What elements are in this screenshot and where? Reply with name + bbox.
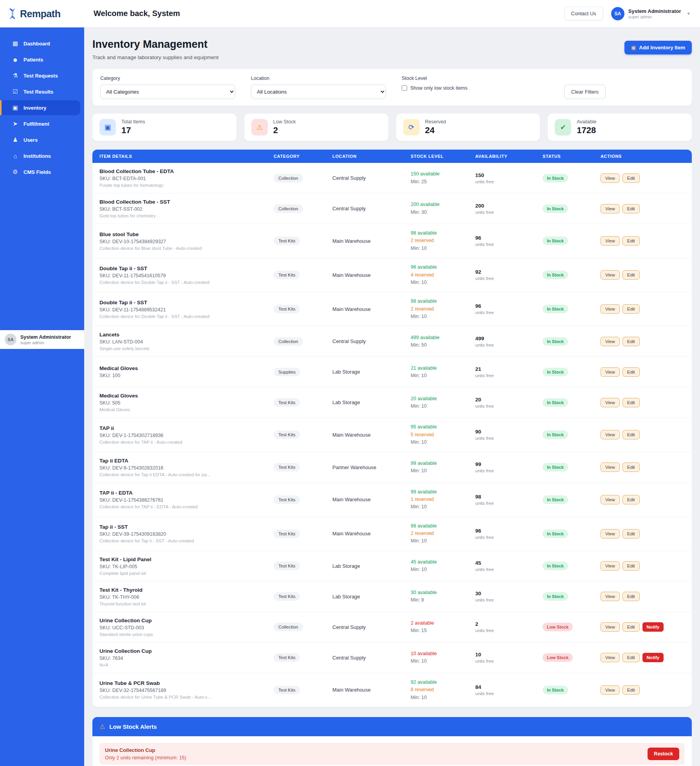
edit-button[interactable]: Edit xyxy=(622,204,640,213)
sidebar-item-fulfillment[interactable]: ➤Fulfillment xyxy=(4,116,80,131)
category-cell: Collection xyxy=(274,204,332,213)
edit-button[interactable]: Edit xyxy=(622,495,640,504)
status-cell: In Stock xyxy=(543,562,601,570)
availability-cell: 200units free xyxy=(475,203,543,215)
units-free-value: 96 xyxy=(475,303,543,309)
location-cell: Main Warehouse xyxy=(332,238,411,244)
sidebar-item-cms-fields[interactable]: ⚙CMS Fields xyxy=(4,164,80,179)
category-cell: Test Kits xyxy=(274,430,332,439)
view-button[interactable]: View xyxy=(601,653,620,662)
view-button[interactable]: View xyxy=(601,529,620,538)
notify-button[interactable]: Notify xyxy=(642,653,664,662)
view-button[interactable]: View xyxy=(601,304,620,314)
item-sku: SKU: TK-THY-006 xyxy=(99,594,274,600)
stock-minimum: Min: 10 xyxy=(411,372,475,379)
availability-cell: 96units free xyxy=(475,235,543,247)
category-select[interactable]: All Categories xyxy=(100,85,235,99)
chevron-down-icon[interactable]: ▾ xyxy=(687,11,690,16)
view-button[interactable]: View xyxy=(601,561,620,571)
item-description: Collection device for Blue stool Tube - … xyxy=(99,246,274,251)
edit-button[interactable]: Edit xyxy=(622,685,640,695)
view-button[interactable]: View xyxy=(601,495,620,504)
view-button[interactable]: View xyxy=(601,337,620,346)
sidebar-user-role: super admin xyxy=(20,340,71,345)
category-badge: Collection xyxy=(274,204,303,213)
item-description: Medical Gloves xyxy=(99,407,274,412)
location-select[interactable]: All Locations xyxy=(251,85,386,99)
edit-button[interactable]: Edit xyxy=(622,430,640,439)
status-badge: In Stock xyxy=(543,305,568,313)
edit-button[interactable]: Edit xyxy=(622,398,640,407)
item-description: Thyroid function test kit xyxy=(99,602,274,606)
view-button[interactable]: View xyxy=(601,622,620,632)
actions-cell: ViewEdit xyxy=(601,270,685,280)
sidebar-item-test-requests[interactable]: ⚗Test Requests xyxy=(4,68,80,83)
edit-button[interactable]: Edit xyxy=(622,529,640,538)
inventory-table: ITEM DETAILSCATEGORYLOCATIONSTOCK LEVELA… xyxy=(92,150,692,707)
edit-button[interactable]: Edit xyxy=(622,270,640,280)
actions-cell: ViewEdit xyxy=(601,337,685,346)
sidebar-user[interactable]: SA System Administrator super admin xyxy=(0,330,84,349)
sidebar-item-institutions[interactable]: ⌂Institutions xyxy=(4,148,80,163)
item-details-cell: Tap ii - SSTSKU: DEV-39-1754309163820Col… xyxy=(99,524,274,543)
alert-item-name: Urine Collection Cup xyxy=(105,747,186,753)
view-button[interactable]: View xyxy=(601,398,620,407)
location-cell: Main Warehouse xyxy=(332,272,411,278)
view-button[interactable]: View xyxy=(601,430,620,439)
status-cell: In Stock xyxy=(543,495,601,504)
edit-button[interactable]: Edit xyxy=(622,173,640,183)
view-button[interactable]: View xyxy=(601,204,620,213)
view-button[interactable]: View xyxy=(601,270,620,280)
sidebar-item-users[interactable]: ♟Users xyxy=(4,132,80,147)
edit-button[interactable]: Edit xyxy=(622,592,640,601)
edit-button[interactable]: Edit xyxy=(622,622,640,632)
restock-button[interactable]: Restock xyxy=(648,748,679,760)
view-button[interactable]: View xyxy=(601,685,620,695)
sidebar-item-test-results[interactable]: ☑Test Results xyxy=(4,84,80,99)
sidebar-item-patients[interactable]: ☻Patients xyxy=(4,52,80,67)
stock-minimum: Min: 10 xyxy=(411,313,475,320)
item-details-cell: Test Kit - Lipid PanelSKU: TK-LIP-005Com… xyxy=(99,556,274,576)
availability-cell: 84units free xyxy=(475,684,543,696)
view-button[interactable]: View xyxy=(601,592,620,601)
view-button[interactable]: View xyxy=(601,236,620,246)
view-button[interactable]: View xyxy=(601,367,620,377)
stock-minimum: Min: 10 xyxy=(411,439,475,446)
total-items-icon: ▣ xyxy=(99,119,116,135)
clear-filters-button[interactable]: Clear Filters xyxy=(564,85,606,99)
edit-button[interactable]: Edit xyxy=(622,304,640,314)
category-badge: Test Kits xyxy=(274,653,300,662)
status-cell: In Stock xyxy=(543,398,601,407)
sidebar-item-inventory[interactable]: ▣Inventory xyxy=(0,100,80,115)
category-cell: Collection xyxy=(274,174,332,182)
category-badge: Test Kits xyxy=(274,463,300,472)
units-free-label: units free xyxy=(475,179,543,184)
actions-cell: ViewEdit xyxy=(601,204,685,213)
sidebar-item-label: Users xyxy=(23,137,38,143)
edit-button[interactable]: Edit xyxy=(622,653,640,662)
edit-button[interactable]: Edit xyxy=(622,367,640,377)
stock-level-cell: 10 availableMin: 10 xyxy=(411,650,475,665)
low-stock-checkbox[interactable] xyxy=(402,85,407,91)
sidebar-item-label: Dashboard xyxy=(23,41,50,47)
category-badge: Supplies xyxy=(274,368,300,376)
category-cell: Test Kits xyxy=(274,686,332,694)
units-free-label: units free xyxy=(475,567,543,572)
table-row: Double Tap ii - SSTSKU: DEV-11-175488953… xyxy=(92,292,692,326)
view-button[interactable]: View xyxy=(601,462,620,472)
view-button[interactable]: View xyxy=(601,173,620,183)
stock-minimum: Min: 10 xyxy=(411,658,475,665)
contact-us-button[interactable]: Contact Us xyxy=(564,7,603,20)
edit-button[interactable]: Edit xyxy=(622,561,640,571)
edit-button[interactable]: Edit xyxy=(622,337,640,346)
status-cell: In Stock xyxy=(543,271,601,279)
status-cell: Low Stock xyxy=(543,653,601,662)
edit-button[interactable]: Edit xyxy=(622,462,640,472)
sidebar-item-dashboard[interactable]: ▦Dashboard xyxy=(4,36,80,51)
item-sku: SKU: DEV-11-1754541610579 xyxy=(99,273,274,278)
availability-cell: 98units free xyxy=(475,494,543,506)
notify-button[interactable]: Notify xyxy=(642,622,664,632)
edit-button[interactable]: Edit xyxy=(622,236,640,246)
add-inventory-item-button[interactable]: ▣ Add Inventory Item xyxy=(624,41,692,54)
user-menu[interactable]: SA System Administrator super admin ▾ xyxy=(611,7,690,20)
